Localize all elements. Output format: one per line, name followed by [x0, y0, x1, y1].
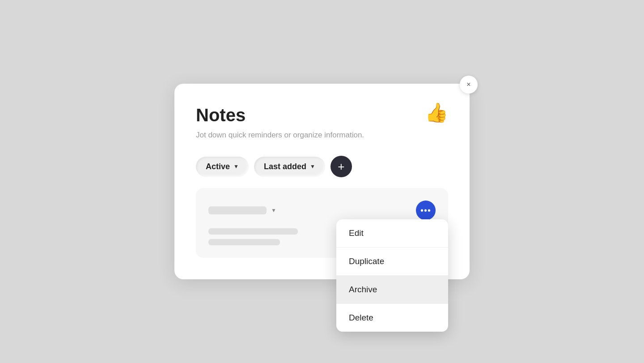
filter-bar: Active ▼ Last added ▼ + — [196, 156, 448, 177]
note-title-area: ▼ — [208, 206, 276, 214]
note-title-skeleton — [208, 206, 267, 214]
thumbs-up-icon: 👍 — [425, 103, 448, 122]
notes-modal: Notes 👍 Jot down quick reminders or orga… — [174, 84, 470, 279]
three-dot-icon: ••• — [420, 205, 431, 216]
note-line-2-skeleton — [208, 239, 280, 245]
close-button[interactable]: × — [460, 76, 478, 94]
modal-header: Notes 👍 — [196, 105, 448, 125]
add-icon: + — [338, 161, 344, 172]
sort-filter-label: Last added — [264, 162, 306, 171]
active-filter-label: Active — [206, 162, 230, 171]
context-menu-archive[interactable]: Archive — [336, 276, 448, 304]
add-note-button[interactable]: + — [330, 156, 352, 177]
active-filter-button[interactable]: Active ▼ — [196, 157, 249, 177]
modal-wrapper: × Notes 👍 Jot down quick reminders or or… — [174, 84, 470, 279]
note-card: ▼ ••• Edit Duplicate Archive Delete — [196, 188, 448, 258]
modal-title: Notes — [196, 105, 246, 125]
three-dot-menu-button[interactable]: ••• — [416, 201, 436, 220]
context-menu-duplicate[interactable]: Duplicate — [336, 248, 448, 276]
sort-filter-button[interactable]: Last added ▼ — [254, 157, 325, 177]
modal-subtitle: Jot down quick reminders or organize inf… — [196, 131, 448, 140]
context-menu: Edit Duplicate Archive Delete — [336, 219, 448, 332]
close-icon: × — [466, 81, 470, 89]
active-chevron-icon: ▼ — [233, 163, 239, 170]
note-card-header: ▼ ••• — [208, 201, 436, 220]
context-menu-delete[interactable]: Delete — [336, 304, 448, 332]
note-title-chevron-icon: ▼ — [271, 207, 276, 214]
note-line-1-skeleton — [208, 228, 298, 235]
sort-chevron-icon: ▼ — [310, 163, 315, 170]
context-menu-edit[interactable]: Edit — [336, 219, 448, 248]
